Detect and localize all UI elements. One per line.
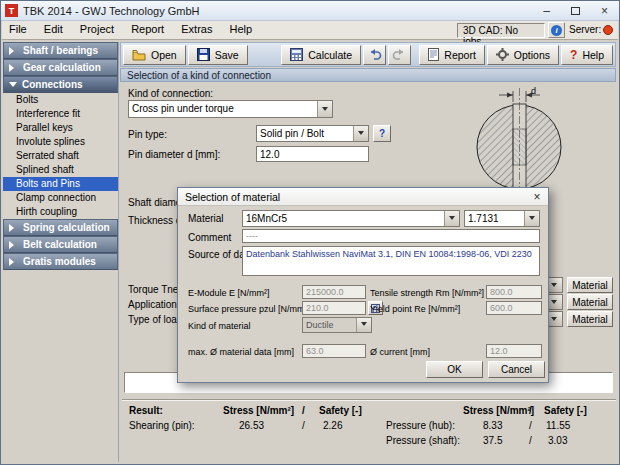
result-value: 37.5 bbox=[483, 435, 502, 446]
material-dialog: Selection of material × Material 16MnCr5… bbox=[177, 187, 549, 383]
sidebar-item-serrated-shaft[interactable]: Serrated shaft bbox=[3, 149, 118, 163]
info-button[interactable]: i bbox=[548, 22, 565, 38]
safety-header-right: Safety [-] bbox=[544, 405, 587, 416]
open-button[interactable]: Open bbox=[123, 45, 186, 65]
maximize-button[interactable] bbox=[561, 1, 590, 20]
content-section-header: Selection of a kind of connection bbox=[120, 68, 616, 82]
menu-item-project[interactable]: Project bbox=[73, 21, 121, 39]
dropdown-arrow-icon[interactable] bbox=[356, 318, 371, 332]
dialog-close-button[interactable]: × bbox=[528, 189, 546, 204]
report-document-icon bbox=[428, 48, 439, 61]
dropdown-arrow-icon[interactable] bbox=[444, 211, 459, 226]
sidebar-item-involute-splines[interactable]: Involute splines bbox=[3, 135, 118, 149]
maximize-icon bbox=[571, 7, 580, 15]
yield-point-field[interactable] bbox=[486, 301, 542, 315]
sidebar-section-label: Shaft / bearings bbox=[23, 45, 98, 56]
material-select[interactable]: 16MnCr5 bbox=[242, 210, 460, 227]
sidebar-item-interference-fit[interactable]: Interference fit bbox=[3, 107, 118, 121]
menu-item-help[interactable]: Help bbox=[222, 21, 259, 39]
surface-pressure-field[interactable] bbox=[302, 301, 366, 315]
material-button-1[interactable]: Material bbox=[567, 277, 613, 293]
max-diameter-label: max. Ø material data [mm] bbox=[188, 347, 294, 357]
options-button[interactable]: Options bbox=[487, 45, 559, 65]
dropdown-arrow-icon[interactable] bbox=[353, 126, 368, 141]
undo-button[interactable] bbox=[363, 45, 386, 65]
tensile-strength-label: Tensile strength Rm [N/mm²] bbox=[370, 288, 484, 298]
sidebar-section-belt-calculation[interactable]: Belt calculation bbox=[3, 236, 118, 253]
stress-header-left: Stress [N/mm²] bbox=[223, 405, 294, 416]
current-diameter-field[interactable] bbox=[486, 344, 542, 358]
dimension-d-label: d bbox=[531, 87, 536, 96]
kind-of-material-select[interactable]: Ductile bbox=[302, 317, 372, 333]
result-value: 3.03 bbox=[548, 435, 567, 446]
material-number-select[interactable]: 1.7131 bbox=[464, 210, 540, 227]
result-row-label: Pressure (shaft): bbox=[386, 435, 460, 446]
cancel-button[interactable]: Cancel bbox=[488, 361, 545, 378]
emodule-field[interactable] bbox=[302, 285, 366, 299]
result-row-label: Pressure (hub): bbox=[386, 420, 455, 431]
chevron-down-icon bbox=[9, 82, 17, 91]
source-of-data-field[interactable]: Datenbank Stahlwissen NaviMat 3.1, DIN E… bbox=[242, 246, 540, 276]
current-diameter-label: Ø current [mm] bbox=[370, 347, 430, 357]
redo-button[interactable] bbox=[388, 45, 411, 65]
pin-type-select[interactable]: Solid pin / Bolt bbox=[256, 125, 369, 142]
max-diameter-field[interactable] bbox=[302, 344, 366, 358]
dialog-title: Selection of material bbox=[185, 191, 280, 203]
pin-diameter-label: Pin diameter d [mm]: bbox=[128, 149, 220, 160]
help-icon: ? bbox=[570, 48, 577, 62]
menu-item-report[interactable]: Report bbox=[124, 21, 171, 39]
chevron-right-icon bbox=[9, 64, 18, 72]
sidebar-section-spring-calculation[interactable]: Spring calculation bbox=[3, 219, 118, 236]
dropdown-arrow-icon[interactable] bbox=[317, 101, 332, 117]
result-value: 11.55 bbox=[546, 420, 570, 431]
info-icon: i bbox=[551, 25, 562, 36]
sidebar-item-bolts[interactable]: Bolts bbox=[3, 93, 118, 107]
sidebar-item-parallel-keys[interactable]: Parallel keys bbox=[3, 121, 118, 135]
sidebar-section-label: Gratis modules bbox=[23, 256, 96, 267]
material-button-3[interactable]: Material bbox=[567, 311, 613, 327]
report-button[interactable]: Report bbox=[419, 45, 485, 65]
close-icon: × bbox=[601, 4, 608, 18]
emodule-label: E-Module E [N/mm²] bbox=[188, 288, 270, 298]
material-button-2[interactable]: Material bbox=[567, 294, 613, 310]
help-button[interactable]: ? Help bbox=[561, 45, 613, 65]
stress-header-right: Stress [N/mm²] bbox=[463, 405, 534, 416]
dropdown-arrow-icon[interactable] bbox=[524, 211, 539, 226]
calculate-button[interactable]: Calculate bbox=[281, 45, 361, 65]
result-value: 2.26 bbox=[323, 420, 342, 431]
surface-pressure-label: Surface pressure pzul [N/mm²] bbox=[188, 304, 310, 314]
kind-of-connection-select[interactable]: Cross pin under torque bbox=[128, 100, 333, 118]
server-status-icon bbox=[603, 25, 613, 35]
save-button[interactable]: Save bbox=[188, 45, 248, 65]
result-row-label: Shearing (pin): bbox=[129, 420, 195, 431]
sidebar-section-gratis-modules[interactable]: Gratis modules bbox=[3, 253, 118, 270]
ok-button[interactable]: OK bbox=[426, 361, 483, 378]
sidebar-item-hirth-coupling[interactable]: Hirth coupling bbox=[3, 205, 118, 219]
tensile-strength-field[interactable] bbox=[486, 285, 542, 299]
menubar: File Edit Project Report Extras Help 3D … bbox=[2, 21, 618, 40]
chevron-right-icon bbox=[9, 258, 18, 266]
sidebar-item-bolts-and-pins[interactable]: Bolts and Pins bbox=[3, 177, 118, 191]
cad-status: 3D CAD: No jobs bbox=[457, 23, 545, 38]
pin-diameter-input[interactable] bbox=[256, 146, 369, 162]
sidebar-item-splined-shaft[interactable]: Splined shaft bbox=[3, 163, 118, 177]
sidebar-section-label: Gear calculation bbox=[23, 62, 101, 73]
material-label: Material bbox=[188, 213, 224, 224]
sidebar-section-gear-calculation[interactable]: Gear calculation bbox=[3, 59, 118, 76]
pin-type-help-button[interactable]: ? bbox=[373, 125, 391, 142]
menu-item-file[interactable]: File bbox=[2, 21, 34, 39]
sidebar-item-clamp-connection[interactable]: Clamp connection bbox=[3, 191, 118, 205]
close-button[interactable]: × bbox=[590, 1, 619, 20]
menu-item-edit[interactable]: Edit bbox=[37, 21, 70, 39]
comment-field[interactable] bbox=[242, 229, 540, 243]
app-icon: T bbox=[5, 4, 18, 17]
save-disk-icon bbox=[197, 48, 210, 61]
sidebar-section-connections[interactable]: Connections bbox=[3, 76, 118, 93]
result-value: 8.33 bbox=[483, 420, 502, 431]
redo-icon bbox=[392, 48, 407, 61]
toolbar-spacer bbox=[250, 54, 282, 55]
menu-item-extras[interactable]: Extras bbox=[174, 21, 219, 39]
toolbar: Open Save Calculate Report Options ? Hel… bbox=[120, 42, 616, 67]
sidebar-section-shaft-bearings[interactable]: Shaft / bearings bbox=[3, 42, 118, 59]
minimize-button[interactable]: – bbox=[532, 1, 561, 20]
